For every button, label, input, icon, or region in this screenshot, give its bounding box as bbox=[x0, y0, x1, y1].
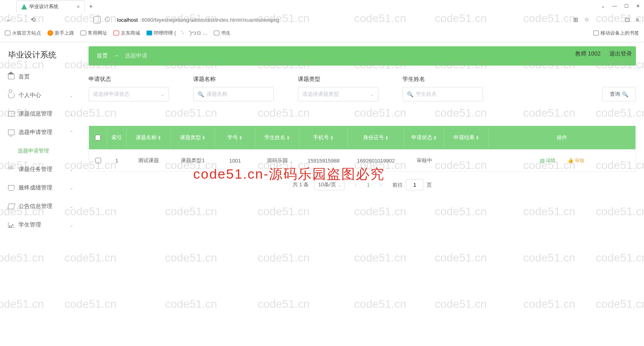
th-status[interactable]: 申请状态▲▼ bbox=[404, 126, 444, 149]
address-bar: ← → ⟲ ⓘ localhost:8080/biyeshejixitong/a… bbox=[0, 13, 644, 27]
bookmark-common[interactable]: 常用网址 bbox=[80, 30, 107, 37]
bookmark-firefox[interactable]: 火狐官方站点 bbox=[5, 30, 41, 37]
url-host: localhost bbox=[117, 17, 138, 23]
chevron-down-icon: ⌄ bbox=[70, 167, 73, 172]
header-right: 教师 1002 退出登录 bbox=[575, 50, 632, 58]
sidebar-item-student[interactable]: 学生管理⌄ bbox=[0, 216, 80, 234]
search-icon: 🔍 bbox=[407, 91, 413, 97]
page-number[interactable]: 1 bbox=[367, 182, 370, 188]
bookmark-shusheng[interactable]: 书生 bbox=[214, 30, 231, 37]
browser-tab[interactable]: 毕业设计系统 × bbox=[16, 0, 85, 12]
monitor-icon bbox=[8, 130, 14, 135]
row-checkbox[interactable] bbox=[95, 158, 101, 163]
sort-icon: ▲▼ bbox=[287, 135, 290, 140]
sidebar-item-notice[interactable]: 公告信息管理⌄ bbox=[0, 197, 80, 216]
search-icon: 🔍 bbox=[198, 91, 204, 97]
goto-page-input[interactable] bbox=[406, 179, 423, 190]
filter-student-input[interactable]: 🔍学生姓名 bbox=[402, 87, 483, 101]
menu-icon[interactable]: ≡ bbox=[636, 16, 639, 23]
tab-title: 毕业设计系统 bbox=[29, 3, 58, 10]
forward-button[interactable]: → bbox=[17, 16, 25, 23]
chevron-down-icon[interactable]: ⌄ bbox=[601, 3, 605, 9]
tab-bar: 毕业设计系统 × + ⌄ — ☐ ✕ bbox=[0, 0, 644, 13]
url-path: :8080/biyeshejixitong/admin/dist/index.h… bbox=[140, 17, 279, 23]
url-bar[interactable]: localhost:8080/biyeshejixitong/admin/dis… bbox=[114, 15, 569, 25]
tab-close-icon[interactable]: × bbox=[77, 4, 80, 10]
cell-type: 课题类型1 bbox=[171, 150, 215, 171]
filter-name-input[interactable]: 🔍课题名称 bbox=[193, 87, 274, 101]
table-row: 1 测试课题 课题类型1 1001 源码乐园 15915915988 16926… bbox=[89, 149, 636, 171]
goto-page: 前往 页 bbox=[392, 179, 432, 190]
back-button[interactable]: ← bbox=[5, 16, 13, 23]
home-icon bbox=[8, 74, 14, 80]
bookmark-mobile[interactable]: 移动设备上的书签 bbox=[593, 30, 639, 37]
qr-icon[interactable]: ⊞ bbox=[573, 16, 578, 23]
maximize-icon[interactable]: ☐ bbox=[624, 3, 629, 9]
chevron-down-icon: ⌄ bbox=[70, 185, 73, 191]
sort-icon: ▲▼ bbox=[385, 135, 389, 140]
new-tab-button[interactable]: + bbox=[89, 3, 93, 10]
lock-icon[interactable]: ⓘ bbox=[105, 16, 110, 23]
chevron-up-icon: ⌃ bbox=[70, 130, 73, 135]
megaphone-icon bbox=[7, 204, 15, 209]
query-button[interactable]: 查询🔍 bbox=[602, 87, 636, 101]
filter-status-select[interactable]: 请选择申请状态 bbox=[89, 87, 169, 101]
cell-id: 1692601019902 bbox=[348, 150, 404, 171]
th-type[interactable]: 课题类型▲▼ bbox=[171, 126, 215, 149]
sort-icon: ▲▼ bbox=[239, 135, 243, 140]
detail-button[interactable]: ▤详情 bbox=[540, 157, 555, 164]
extensions-icon[interactable]: ⊡ bbox=[625, 16, 630, 23]
chart-icon bbox=[8, 222, 14, 228]
close-window-icon[interactable]: ✕ bbox=[636, 3, 640, 9]
minimize-icon[interactable]: — bbox=[612, 3, 617, 9]
sidebar-item-home[interactable]: 首页 bbox=[0, 68, 80, 86]
logout-link[interactable]: 退出登录 bbox=[609, 50, 632, 58]
next-page-button[interactable]: › bbox=[376, 179, 387, 190]
th-result[interactable]: 申请结果▲▼ bbox=[444, 126, 489, 149]
search-icon: 🔍 bbox=[622, 91, 628, 97]
shield-icon[interactable] bbox=[93, 16, 101, 23]
breadcrumb-home[interactable]: 首页 bbox=[97, 52, 108, 60]
cell-sname: 源码乐园 bbox=[255, 150, 299, 171]
th-sno[interactable]: 学号▲▼ bbox=[215, 126, 255, 149]
page-size-select[interactable]: 10条/页 bbox=[314, 179, 344, 190]
trophy-icon bbox=[8, 185, 14, 191]
vue-favicon-icon bbox=[21, 4, 27, 10]
chevron-down-icon: ⌄ bbox=[70, 93, 73, 98]
cell-index: 1 bbox=[107, 150, 126, 171]
filter-student: 学生姓名 🔍学生姓名 bbox=[402, 76, 483, 101]
sidebar-item-topic-apply[interactable]: 选题申请管理⌃ bbox=[0, 123, 80, 142]
list-icon: ▤ bbox=[540, 158, 545, 163]
filter-type: 课题类型 请选择课题类型 bbox=[298, 76, 378, 101]
sidebar-item-topic-apply-sub[interactable]: 选题申请管理 bbox=[0, 142, 80, 160]
bookmark-star-icon[interactable]: ☆ bbox=[584, 16, 589, 23]
bookmark-bilibili[interactable]: 哔哩哔哩 ( ゜- ゜)つロ … bbox=[147, 30, 207, 37]
chevron-down-icon: ⌄ bbox=[70, 111, 73, 117]
chevron-down-icon: ⌄ bbox=[70, 222, 73, 228]
th-name[interactable]: 课题名称▲▼ bbox=[126, 126, 171, 149]
breadcrumb-current: 选题申请 bbox=[125, 52, 147, 60]
thumbs-up-icon: 👍 bbox=[568, 158, 574, 163]
sidebar-item-task[interactable]: 课题任务管理⌄ bbox=[0, 160, 80, 179]
sidebar-item-score[interactable]: 最终成绩管理⌄ bbox=[0, 179, 80, 197]
th-id[interactable]: 身份证号▲▼ bbox=[348, 126, 404, 149]
filter-type-label: 课题类型 bbox=[298, 76, 378, 83]
main-content: 首页 → 选题申请 申请状态 请选择申请状态 课题名称 🔍课题名称 课题类型 请… bbox=[80, 42, 644, 346]
filter-status: 申请状态 请选择申请状态 bbox=[89, 76, 169, 101]
bookmark-jd[interactable]: 京东商城 bbox=[114, 30, 140, 37]
sidebar-item-personal[interactable]: 个人中心⌄ bbox=[0, 86, 80, 105]
reload-button[interactable]: ⟲ bbox=[29, 16, 37, 23]
th-sname[interactable]: 学生姓名▲▼ bbox=[255, 126, 299, 149]
th-index[interactable]: 索引 bbox=[107, 126, 126, 149]
audit-button[interactable]: 👍审核 bbox=[568, 157, 584, 164]
sidebar-item-topic-info[interactable]: 课题信息管理⌄ bbox=[0, 105, 80, 123]
sort-icon: ▲▼ bbox=[476, 135, 479, 140]
th-phone[interactable]: 手机号▲▼ bbox=[299, 126, 348, 149]
bookmark-getting-started[interactable]: 新手上路 bbox=[47, 30, 74, 37]
prev-page-button[interactable]: ‹ bbox=[350, 179, 361, 190]
select-all-checkbox[interactable] bbox=[95, 135, 101, 140]
users-icon bbox=[8, 167, 14, 172]
filter-type-select[interactable]: 请选择课题类型 bbox=[298, 87, 378, 101]
filter-name: 课题名称 🔍课题名称 bbox=[193, 76, 274, 101]
chevron-down-icon: ⌄ bbox=[70, 204, 73, 209]
